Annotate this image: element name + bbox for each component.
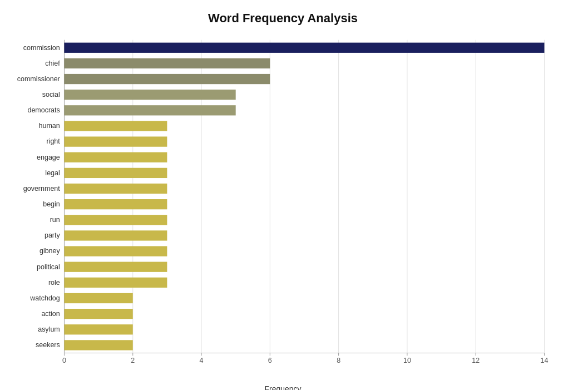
svg-rect-29 (64, 184, 167, 194)
svg-rect-37 (64, 246, 167, 256)
svg-rect-43 (64, 293, 132, 303)
svg-text:8: 8 (337, 357, 340, 364)
svg-text:government: government (23, 185, 60, 192)
svg-text:engage: engage (37, 154, 60, 161)
svg-text:human: human (39, 122, 60, 130)
svg-rect-11 (64, 43, 544, 53)
svg-text:party: party (45, 231, 60, 239)
svg-rect-13 (64, 58, 270, 68)
svg-rect-27 (64, 168, 167, 178)
svg-text:social: social (42, 91, 60, 98)
svg-text:4: 4 (200, 357, 204, 364)
svg-text:chief: chief (45, 60, 60, 67)
svg-text:commissioner: commissioner (17, 75, 60, 83)
svg-text:right: right (46, 137, 60, 145)
svg-text:seekers: seekers (36, 341, 60, 349)
svg-text:12: 12 (472, 357, 480, 364)
bar-chart: commissionchiefcommissionersocialdemocra… (0, 34, 566, 380)
svg-rect-31 (64, 199, 167, 209)
svg-rect-33 (64, 215, 167, 225)
svg-text:asylum: asylum (38, 325, 60, 333)
svg-rect-15 (64, 74, 270, 84)
svg-text:watchdog: watchdog (29, 294, 60, 302)
svg-rect-47 (64, 324, 132, 334)
svg-text:6: 6 (268, 357, 272, 364)
svg-rect-45 (64, 309, 132, 319)
svg-text:0: 0 (62, 357, 66, 364)
svg-text:begin: begin (43, 200, 60, 208)
svg-text:gibney: gibney (39, 247, 61, 255)
svg-rect-25 (64, 152, 167, 162)
svg-text:run: run (50, 216, 60, 224)
svg-rect-49 (64, 340, 132, 350)
svg-rect-39 (64, 262, 167, 272)
svg-text:action: action (41, 310, 60, 318)
svg-text:democrats: democrats (27, 106, 60, 114)
svg-rect-41 (64, 278, 167, 288)
svg-rect-23 (64, 136, 167, 146)
svg-text:role: role (48, 279, 60, 287)
svg-text:legal: legal (45, 169, 60, 177)
chart-title: Word Frequency Analysis (0, 11, 566, 26)
chart-container: Word Frequency Analysis commissionchiefc… (0, 0, 588, 390)
svg-rect-35 (64, 230, 167, 240)
svg-text:10: 10 (403, 357, 411, 364)
svg-rect-21 (64, 121, 167, 131)
svg-text:commission: commission (23, 44, 60, 52)
x-axis-title: Frequency (0, 384, 566, 390)
svg-text:political: political (37, 263, 60, 271)
svg-rect-17 (64, 90, 235, 100)
svg-text:14: 14 (541, 357, 549, 364)
svg-rect-19 (64, 105, 235, 115)
svg-text:2: 2 (131, 357, 135, 364)
